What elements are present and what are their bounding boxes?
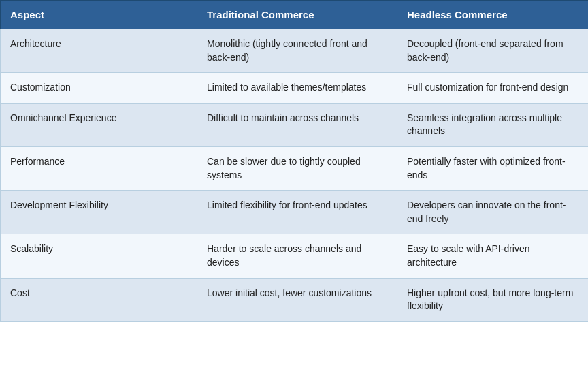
cell-headless: Easy to scale with API-driven architectu…	[397, 234, 589, 278]
cell-headless: Full customization for front-end design	[397, 73, 589, 104]
table-row: ScalabilityHarder to scale across channe…	[1, 234, 589, 278]
cell-aspect: Omnichannel Experience	[1, 103, 197, 146]
table-row: PerformanceCan be slower due to tightly …	[1, 146, 589, 190]
table-row: CostLower initial cost, fewer customizat…	[1, 278, 589, 321]
cell-headless: Higher upfront cost, but more long-term …	[397, 278, 589, 321]
header-traditional: Traditional Commerce	[197, 1, 397, 29]
cell-headless: Potentially faster with optimized front-…	[397, 146, 589, 190]
cell-aspect: Performance	[1, 146, 197, 190]
cell-headless: Seamless integration across multiple cha…	[397, 103, 589, 146]
cell-traditional: Can be slower due to tightly coupled sys…	[197, 146, 397, 190]
cell-aspect: Development Flexibility	[1, 191, 197, 234]
cell-traditional: Difficult to maintain across channels	[197, 103, 397, 146]
cell-traditional: Monolithic (tightly connected front and …	[197, 29, 397, 73]
table-header-row: Aspect Traditional Commerce Headless Com…	[1, 1, 589, 29]
header-aspect: Aspect	[1, 1, 197, 29]
cell-traditional: Limited flexibility for front-end update…	[197, 191, 397, 234]
cell-aspect: Scalability	[1, 234, 197, 278]
cell-headless: Decoupled (front-end separated from back…	[397, 29, 589, 73]
cell-aspect: Customization	[1, 73, 197, 104]
cell-traditional: Lower initial cost, fewer customizations	[197, 278, 397, 321]
table-row: CustomizationLimited to available themes…	[1, 73, 589, 104]
cell-traditional: Limited to available themes/templates	[197, 73, 397, 104]
cell-traditional: Harder to scale across channels and devi…	[197, 234, 397, 278]
table-row: ArchitectureMonolithic (tightly connecte…	[1, 29, 589, 73]
cell-aspect: Cost	[1, 278, 197, 321]
cell-aspect: Architecture	[1, 29, 197, 73]
header-headless: Headless Commerce	[397, 1, 589, 29]
cell-headless: Developers can innovate on the front-end…	[397, 191, 589, 234]
table-row: Omnichannel ExperienceDifficult to maint…	[1, 103, 589, 146]
comparison-table: Aspect Traditional Commerce Headless Com…	[0, 0, 588, 322]
table-row: Development FlexibilityLimited flexibili…	[1, 191, 589, 234]
